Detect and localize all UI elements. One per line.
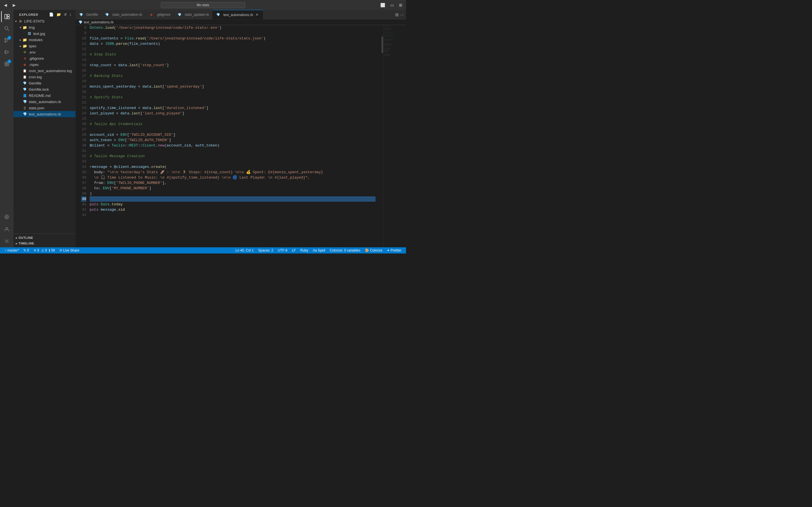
modules-label: modules: [29, 38, 43, 42]
tree-item-env[interactable]: ▸ ⚙ .env: [13, 49, 75, 55]
outline-section[interactable]: ▸ OUTLINE: [13, 235, 75, 240]
sync-status[interactable]: ↻ 0: [21, 247, 31, 253]
content-area: 8 9 10 11 12 13 14 15 16 17 18 19 20 21 …: [75, 25, 406, 247]
customize-layout-icon[interactable]: ⊞: [398, 2, 404, 8]
tree-item-cronlog[interactable]: ▸ 📋 cron.log: [13, 74, 75, 80]
code-line-42: puts message.sid: [90, 207, 375, 212]
spell-check[interactable]: Aa Spell: [310, 248, 327, 252]
tree-item-textjpg[interactable]: ▸ 🖼 text.jpg: [13, 31, 75, 37]
collapse-button[interactable]: ↕: [69, 12, 72, 17]
spec-label: spec: [29, 44, 36, 48]
activity-item-source-control[interactable]: 1: [1, 35, 12, 46]
spec-icon: 📁: [22, 44, 27, 48]
tabs-bar: 💎 Gemfile 💎 stats_automation.rb ⊗ .gitig…: [75, 10, 406, 20]
code-line-30: @client = Twilio::REST::Client.new(accou…: [90, 143, 375, 148]
tab-text-auto[interactable]: 💎 text_automations.rb ✕: [213, 10, 263, 19]
encoding-setting[interactable]: UTF-8: [275, 248, 290, 252]
search-input[interactable]: [161, 2, 245, 8]
tree-item-gemfilelock[interactable]: ▸ 💎 Gemfile.lock: [13, 86, 75, 93]
tab-stats-auto[interactable]: 💎 stats_automation.rb: [101, 10, 146, 19]
code-content[interactable]: Dotenv.load('/Users/jonathangrinstead/co…: [90, 25, 381, 247]
forward-button[interactable]: ▶: [11, 2, 17, 8]
live-share-status[interactable]: ⟳ Live Share: [57, 247, 82, 253]
new-folder-button[interactable]: 📁: [56, 12, 62, 17]
tree-item-text-auto[interactable]: ▸ 💎 text_automations.rb: [13, 111, 75, 117]
minimap: Dotenv.load('/Users/..') file_contents =…: [384, 25, 406, 247]
activity-item-extensions[interactable]: 1: [1, 58, 12, 69]
info-count: 59: [51, 248, 55, 252]
tab-gitignore[interactable]: ⊗ .gitignore: [146, 10, 174, 19]
tree-item-stats-auto[interactable]: ▸ 💎 stats_automation.rb: [13, 99, 75, 105]
cursor-label: Ln 40, Col 1: [236, 248, 254, 252]
split-editor-icon[interactable]: ⬜: [379, 2, 387, 8]
colorize-button[interactable]: 🎨 Colorize: [363, 248, 385, 252]
close-tab-button[interactable]: ✕: [255, 13, 259, 17]
activity-item-run[interactable]: [1, 47, 12, 58]
svg-point-15: [6, 240, 8, 242]
text-auto-label: text_automations.rb: [29, 112, 61, 116]
tab-gemfile[interactable]: 💎 Gemfile: [75, 10, 101, 19]
status-right: Ln 40, Col 1 Spaces: 2 UTF-8 LF Ruby Aa …: [233, 248, 404, 252]
code-editor[interactable]: 8 9 10 11 12 13 14 15 16 17 18 19 20 21 …: [75, 25, 381, 247]
timeline-label: TIMELINE: [18, 242, 35, 245]
tree-item-img[interactable]: ▾ 📁 img: [13, 24, 75, 31]
sync-count: 0: [27, 248, 29, 252]
branch-status[interactable]: ⑂ master*: [2, 247, 21, 253]
breadcrumb-filename[interactable]: text_automations.rb: [84, 20, 113, 24]
img-label: img: [29, 25, 35, 30]
colorize-status[interactable]: Colorize: 0 variables: [327, 248, 363, 252]
tree-item-spec[interactable]: ▸ 📁 spec: [13, 43, 75, 49]
nav-buttons: ◀ ▶: [2, 2, 17, 8]
back-button[interactable]: ◀: [2, 2, 9, 8]
new-file-button[interactable]: 📄: [48, 12, 54, 17]
cronlog-icon: 📋: [22, 75, 27, 79]
tree-item-readme[interactable]: ▸ 📘 README.md: [13, 93, 75, 99]
code-line-38: to: ENV['MY_PHONE_NUMBER']: [90, 186, 375, 191]
sidebar-title: EXPLORER: [19, 13, 38, 16]
colorize-btn-label: Colorize: [370, 248, 382, 252]
tree-item-rspec[interactable]: ▸ ◉ .rspec: [13, 61, 75, 68]
code-line-17: # Banking Stats: [90, 73, 375, 78]
layout-icon[interactable]: ▭: [389, 2, 395, 8]
activity-item-settings[interactable]: [1, 235, 12, 247]
spell-icon: Aa: [313, 248, 317, 252]
tree-item-gemfile[interactable]: ▸ 💎 Gemfile: [13, 80, 75, 86]
tree-item-statsjson[interactable]: ▸ {} stats.json: [13, 105, 75, 111]
refresh-button[interactable]: ↺: [63, 12, 68, 17]
code-line-40: [90, 196, 375, 202]
scroll-thumb[interactable]: [382, 36, 383, 53]
env-label: .env: [29, 50, 36, 54]
textauto-tab-label: text_automations.rb: [223, 13, 253, 17]
tree-root[interactable]: ▾ ⊞ LIFE-STATS: [13, 18, 75, 24]
line-ending-label: LF: [292, 248, 296, 252]
activity-item-explorer[interactable]: [1, 11, 12, 22]
tree-item-gitignore[interactable]: ▸ ⊗ .gitignore: [13, 55, 75, 61]
cronlog-label: cron.log: [29, 75, 42, 79]
tree-item-modules[interactable]: ▸ 📁 modules: [13, 37, 75, 43]
split-editor-button[interactable]: ⊟: [395, 12, 399, 17]
code-line-35: body: "\n\n Yesterday's Stats 🚀 : \n\n 🏃…: [90, 170, 375, 175]
svg-rect-2: [7, 17, 9, 19]
more-actions-button[interactable]: ···: [400, 12, 404, 17]
errors-status[interactable]: ✕ 0 ⚠ 0 ℹ 59: [31, 247, 57, 253]
activity-item-accounts[interactable]: [1, 224, 12, 235]
code-line-23: spotify_time_listened = data.last['durat…: [90, 105, 375, 111]
gitignore-tab-label: .gitignore: [156, 13, 170, 17]
line-ending-setting[interactable]: LF: [290, 248, 298, 252]
activity-item-search[interactable]: [1, 23, 12, 34]
timeline-section[interactable]: ▸ TIMELINE: [13, 240, 75, 246]
encoding-label: UTF-8: [278, 248, 287, 252]
cursor-position[interactable]: Ln 40, Col 1: [233, 248, 256, 252]
fold-arrow-34[interactable]: ▾: [90, 164, 91, 170]
tab-stats-updater[interactable]: 💎 stats_updater.rb: [174, 10, 213, 19]
scroll-indicator[interactable]: [381, 25, 384, 247]
language-setting[interactable]: Ruby: [298, 248, 310, 252]
tree-item-cron-log[interactable]: ▸ 📋 cron_text_automations.log: [13, 68, 75, 74]
svg-point-5: [5, 38, 6, 40]
activity-item-remote[interactable]: [1, 211, 12, 223]
code-line-11: data = JSON.parse(file_contents): [90, 41, 375, 47]
code-line-22: [90, 100, 375, 105]
cron-log-label: cron_text_automations.log: [29, 69, 71, 73]
spaces-setting[interactable]: Spaces: 2: [256, 248, 275, 252]
prettier-button[interactable]: ✦ Prettier: [385, 248, 404, 252]
